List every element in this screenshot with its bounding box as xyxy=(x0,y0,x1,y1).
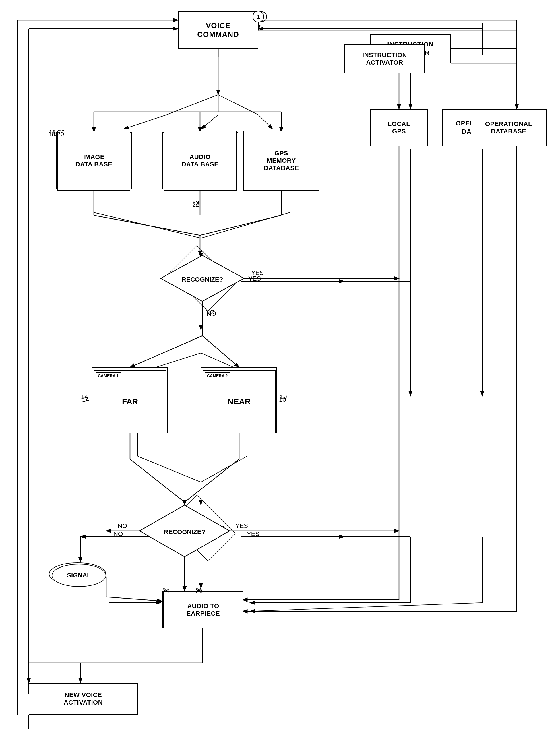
svg-line-60 xyxy=(130,336,202,367)
label-18-20-top: 18/20 xyxy=(48,131,64,138)
instruction-activator-top: INSTRUCTIONACTIVATOR xyxy=(345,45,425,73)
audio-earpiece-top: AUDIO TOEARPIECE xyxy=(163,591,244,628)
gps-db-top: GPSMEMORYDATABASE xyxy=(244,131,319,191)
local-gps-top: LOCALGPS xyxy=(372,109,426,146)
image-db-top: IMAGEDATA BASE xyxy=(57,131,130,191)
voice-command-box-top: VOICECOMMAND xyxy=(178,11,258,49)
label-24-top: 24 xyxy=(163,588,170,595)
svg-line-65 xyxy=(184,459,239,502)
recognize2-diamond: RECOGNIZE? xyxy=(162,502,243,554)
operational-db-top: OPERATIONALDATABASE xyxy=(471,109,546,146)
yes2-label: YES xyxy=(247,530,259,538)
label-14-top: 14 xyxy=(82,396,89,404)
svg-line-29 xyxy=(250,603,482,611)
label-26-top: 26 xyxy=(196,588,203,595)
svg-line-52 xyxy=(200,215,281,235)
new-voice-top: NEW VOICEACTIVATION xyxy=(29,683,138,715)
camera2-top: CAMERA 2 NEAR xyxy=(203,370,276,433)
recognize1-diamond: RECOGNIZE? xyxy=(162,253,243,304)
label-22-top: 22 xyxy=(192,201,199,208)
svg-line-64 xyxy=(130,459,184,502)
label-10-top: 10 xyxy=(279,396,286,404)
diagram-container: VOICECOMMAND 1 INSTRUCTIONACTIVATOR 18/2… xyxy=(0,0,560,747)
no2-label: NO xyxy=(113,530,123,538)
svg-text:NO: NO xyxy=(118,522,127,530)
audio-db-top: AUDIODATA BASE xyxy=(163,131,236,191)
svg-line-61 xyxy=(202,336,239,367)
yes1-label: YES xyxy=(248,275,261,282)
no1-label: NO xyxy=(205,309,215,316)
svg-line-51 xyxy=(94,215,200,235)
svg-line-75 xyxy=(106,597,162,601)
signal-oval-top: SIGNAL xyxy=(52,564,106,587)
camera1-top: CAMERA 1 FAR xyxy=(94,370,167,433)
circle-marker-1: 1 xyxy=(253,11,264,22)
